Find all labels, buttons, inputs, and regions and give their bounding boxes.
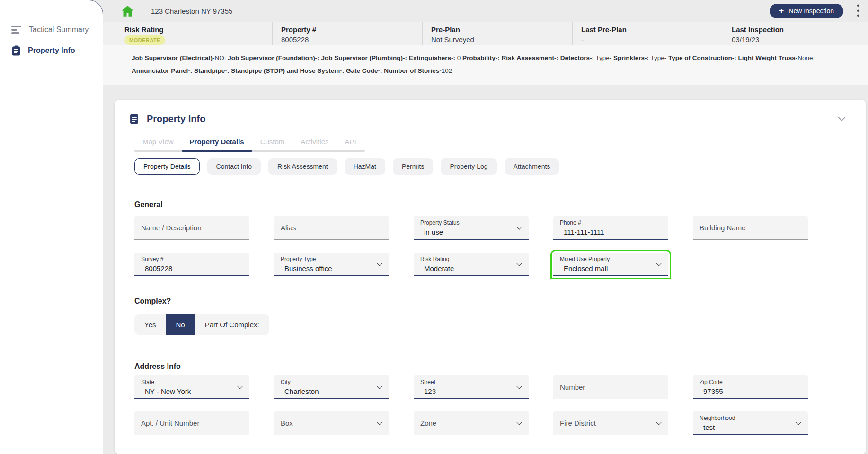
survey-number-field[interactable]: Survey # 8005228 [134, 253, 249, 276]
clipboard-icon [11, 45, 21, 56]
complex-option-part-of-complex[interactable]: Part Of Complex: [195, 314, 269, 335]
chip-permits[interactable]: Permits [393, 158, 433, 175]
main-content: 123 Charleston NY 97355 + New Inspection… [103, 0, 868, 454]
chip-risk-assessment[interactable]: Risk Assessment [268, 158, 337, 175]
sidebar: Tactical Summary Property Info [0, 0, 103, 454]
sidebar-item-label: Property Info [28, 46, 75, 55]
tab-bar: Map View Property Details Custom Activit… [134, 138, 365, 152]
number-field[interactable]: Number [553, 375, 668, 399]
box-select[interactable]: Box [274, 411, 389, 435]
topbar-actions: + New Inspection ••• [770, 3, 861, 18]
chip-property-log[interactable]: Property Log [441, 158, 496, 175]
kebab-menu-icon[interactable]: ••• [855, 3, 861, 18]
chip-attachments[interactable]: Attachments [505, 158, 559, 175]
alias-field[interactable]: Alias [274, 216, 389, 240]
risk-rating-badge: MODERATE [124, 35, 165, 45]
risk-rating-select[interactable]: Risk Rating Moderate [414, 253, 529, 276]
complex-option-yes[interactable]: Yes [134, 314, 166, 335]
stat-last-inspection: Last Inspection 03/19/23 [723, 22, 868, 45]
sidebar-item-property-info[interactable]: Property Info [0, 40, 103, 61]
sidebar-item-tactical-summary[interactable]: Tactical Summary [0, 19, 103, 40]
summary-band: Job Supervisor (Electrical)-NO: Job Supe… [103, 45, 868, 85]
tab-api[interactable]: API [337, 138, 364, 152]
state-select[interactable]: State NY - New York [134, 375, 249, 399]
app-window: Tactical Summary Property Info [0, 0, 868, 454]
address-fields-grid: State NY - New York City Charleston Stre… [134, 375, 866, 435]
new-inspection-button[interactable]: + New Inspection [770, 4, 843, 18]
general-section-heading: General [134, 201, 866, 209]
property-address: 123 Charleston NY 97355 [151, 7, 232, 15]
tab-map-view[interactable]: Map View [134, 138, 182, 152]
complex-toggle: Yes No Part Of Complex: [134, 314, 269, 335]
tab-activities[interactable]: Activities [292, 138, 337, 152]
chip-contact-info[interactable]: Contact Info [207, 158, 261, 175]
chip-property-details[interactable]: Property Details [134, 158, 200, 175]
complex-option-no[interactable]: No [166, 314, 195, 335]
tab-property-details[interactable]: Property Details [182, 138, 252, 152]
zip-code-field[interactable]: Zip Code 97355 [693, 375, 808, 399]
summary-bars-icon [11, 26, 22, 34]
tab-custom[interactable]: Custom [252, 138, 293, 152]
card-title: Property Info [147, 114, 205, 124]
property-status-select[interactable]: Property Status in use [414, 216, 529, 240]
phone-field[interactable]: Phone # 111-111-1111 [553, 216, 668, 240]
building-name-field[interactable]: Building Name [693, 216, 808, 240]
fire-district-select[interactable]: Fire District [553, 411, 668, 435]
stat-pre-plan: Pre-Plan Not Surveyed [422, 22, 572, 45]
sub-section-chips: Property Details Contact Info Risk Asses… [134, 158, 866, 175]
topbar: 123 Charleston NY 97355 + New Inspection… [103, 0, 868, 22]
chevron-down-icon[interactable] [838, 114, 846, 122]
general-fields-grid: Name / Description Alias Property Status… [134, 216, 866, 276]
city-select[interactable]: City Charleston [274, 375, 389, 399]
stat-risk-rating: Risk Rating MODERATE [116, 22, 272, 45]
clipboard-icon [129, 113, 139, 124]
property-summary-text: Job Supervisor (Electrical)-NO: Job Supe… [132, 52, 846, 77]
chip-hazmat[interactable]: HazMat [345, 158, 385, 175]
mixed-use-property-select[interactable]: Mixed Use Property Enclosed mall [553, 253, 668, 276]
home-icon[interactable] [121, 5, 134, 17]
stat-last-pre-plan: Last Pre-Plan - [572, 22, 723, 45]
zone-select[interactable]: Zone [414, 411, 529, 435]
address-section-heading: Address Info [134, 362, 866, 371]
property-stats-row: Risk Rating MODERATE Property # 8005228 … [103, 22, 868, 45]
street-select[interactable]: Street 123 [414, 375, 529, 399]
stat-property-number: Property # 8005228 [272, 22, 422, 45]
card-header: Property Info [129, 113, 866, 124]
sidebar-item-label: Tactical Summary [29, 26, 89, 34]
plus-icon: + [779, 7, 784, 15]
complex-section-heading: Complex? [134, 297, 866, 306]
property-type-select[interactable]: Property Type Business office [274, 253, 389, 276]
apt-unit-number-field[interactable]: Apt. / Unit Number [134, 411, 249, 435]
property-info-card: Property Info Map View Property Details … [115, 100, 866, 454]
name-description-field[interactable]: Name / Description [134, 216, 249, 240]
neighborhood-select[interactable]: Neighborhood test [693, 411, 808, 435]
